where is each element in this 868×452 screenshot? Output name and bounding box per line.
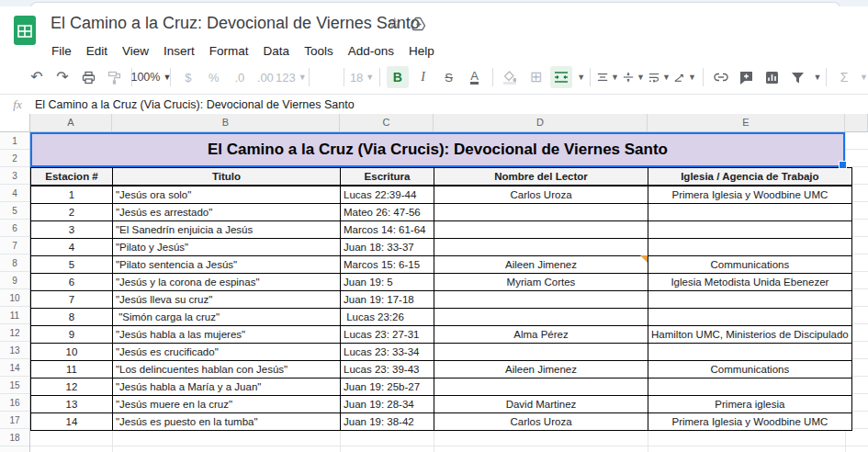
row-header-11[interactable]: 11 [0,307,29,324]
text-wrap-button[interactable]: ▼ [648,66,671,88]
cell-C13[interactable]: Lucas 23: 33-34 [341,344,434,361]
cell-D15[interactable] [434,379,648,396]
column-header-B[interactable]: B [112,114,340,131]
menu-edit[interactable]: Edit [79,42,115,60]
menu-view[interactable]: View [115,42,156,60]
row-header-13[interactable]: 13 [0,342,29,359]
cell-E10[interactable] [648,291,852,309]
cell-C17[interactable]: Juan 19: 38-42 [341,413,434,431]
cell-E8[interactable]: Communications [648,256,852,274]
cell-D8[interactable]: Aileen Jimenez [434,256,648,274]
star-icon[interactable]: ☆ [388,16,401,31]
cell-D17[interactable]: Carlos Uroza [434,413,648,431]
fill-color-button[interactable] [499,66,521,88]
cell-C15[interactable]: Juan 19: 25b-27 [341,379,434,396]
cell-A6[interactable]: 3 [31,221,113,239]
column-header-C[interactable]: C [340,114,434,131]
cell-A17[interactable]: 14 [31,413,113,431]
cell-B6[interactable]: "El Sanedrín enjuicia a Jesús [113,221,341,239]
menu-help[interactable]: Help [401,42,442,60]
functions-button[interactable]: Σ [833,66,855,88]
selection-fill-handle[interactable] [839,161,847,169]
cell-D14[interactable]: Aileen Jimenez [434,361,648,379]
cell-C12[interactable]: Lucas 23: 27-31 [341,326,434,344]
menu-tools[interactable]: Tools [297,42,341,60]
cell-A16[interactable]: 13 [31,396,113,413]
cell-E15[interactable] [648,379,852,396]
cell-A15[interactable]: 12 [31,379,113,396]
strikethrough-button[interactable]: S [438,66,460,88]
cell-D9[interactable]: Myriam Cortes [434,274,648,291]
cell-A5[interactable]: 2 [31,204,113,221]
cell-E4[interactable]: Primera Iglesia y Woodbine UMC [648,186,852,204]
cell-A10[interactable]: 7 [31,291,113,309]
col-header-cell-D3[interactable]: Nombre del Lector [434,168,648,186]
row-header-14[interactable]: 14 [0,359,29,377]
cell-E12[interactable]: Hamilton UMC, Ministerios de Discipulado [648,326,852,344]
col-header-cell-A3[interactable]: Estacion # [31,168,113,186]
row-header-9[interactable]: 9 [0,272,29,289]
col-header-cell-E3[interactable]: Iglesia / Agencia de Trabajo [648,168,852,186]
cell-D11[interactable] [434,309,648,326]
cell-B16[interactable]: "Jesús muere en la cruz" [113,396,341,413]
column-header-F[interactable] [845,114,868,131]
text-rotation-button[interactable]: ▼ [674,66,696,88]
formula-input[interactable]: El Camino a la Cruz (Via Crucis): Devoci… [35,98,355,111]
row-header-6[interactable]: 6 [0,220,29,237]
cell-B4[interactable]: "Jesús ora solo" [113,186,341,204]
undo-button[interactable]: ↶ [26,66,48,88]
row-header-18[interactable]: 18 [0,429,29,446]
cell-D7[interactable] [434,239,648,256]
row-header-5[interactable]: 5 [0,202,29,220]
italic-button[interactable]: I [412,66,434,88]
cell-C16[interactable]: Juan 19: 28-34 [341,396,434,413]
row-header-10[interactable]: 10 [0,289,29,307]
column-header-A[interactable]: A [30,114,112,131]
menu-file[interactable]: File [44,42,79,60]
cell-B12[interactable]: "Jesús habla a las mujeres" [113,326,341,344]
cell-D10[interactable] [434,291,648,309]
selected-merged-title-cell[interactable]: El Camino a la Cruz (Via Crucis): Devoci… [30,132,845,167]
increase-decimals-button[interactable]: .00 [254,66,276,88]
cell-E11[interactable] [648,309,852,326]
cell-C4[interactable]: Lucas 22:39-44 [341,186,434,204]
cell-A9[interactable]: 6 [31,274,113,291]
cell-D4[interactable]: Carlos Uroza [434,186,648,204]
menu-add-ons[interactable]: Add-ons [341,42,401,60]
col-header-cell-B3[interactable]: Titulo [113,168,341,186]
document-title[interactable]: El Camino a la Cruz: Devocional de Viern… [51,14,420,33]
cell-A8[interactable]: 5 [31,256,113,274]
row-header-16[interactable]: 16 [0,394,29,412]
format-currency-button[interactable]: $ [177,66,199,88]
column-header-D[interactable]: D [434,114,648,131]
cell-B7[interactable]: "Pilato y Jesús" [113,239,341,256]
cell-A4[interactable]: 1 [31,186,113,204]
row-header-2[interactable]: 2 [0,150,29,167]
zoom-select[interactable]: 100%▼ [139,66,164,88]
font-size-select[interactable]: 18▼ [351,66,373,88]
select-all-corner[interactable] [0,114,30,131]
col-header-cell-C3[interactable]: Escritura [341,168,434,186]
row-header-3[interactable]: 3 [0,167,29,185]
menu-data[interactable]: Data [256,42,298,60]
cell-D12[interactable]: Alma Pérez [434,326,648,344]
row-header-7[interactable]: 7 [0,237,29,254]
cell-C11[interactable]: Lucas 23:26 [341,309,434,326]
bold-button[interactable]: B [387,66,409,88]
cell-A11[interactable]: 8 [31,309,113,326]
cell-E13[interactable] [648,344,852,361]
row-header-1[interactable]: 1 [0,132,29,150]
print-button[interactable] [77,66,99,88]
cell-E14[interactable]: Communications [648,361,852,379]
insert-link-button[interactable] [710,66,732,88]
menu-format[interactable]: Format [202,42,256,60]
cell-B8[interactable]: "Pilato sentencia a Jesús" [113,256,341,274]
decrease-decimals-button[interactable]: .0 [229,66,251,88]
row-header-4[interactable]: 4 [0,185,29,202]
cell-A14[interactable]: 11 [31,361,113,379]
cell-D5[interactable] [434,204,648,221]
cell-B13[interactable]: "Jesús es crucificado" [113,344,341,361]
cell-E6[interactable] [648,221,852,239]
cell-C10[interactable]: Juan 19: 17-18 [341,291,434,309]
cell-B11[interactable]: "Simón carga la cruz" [113,309,341,326]
